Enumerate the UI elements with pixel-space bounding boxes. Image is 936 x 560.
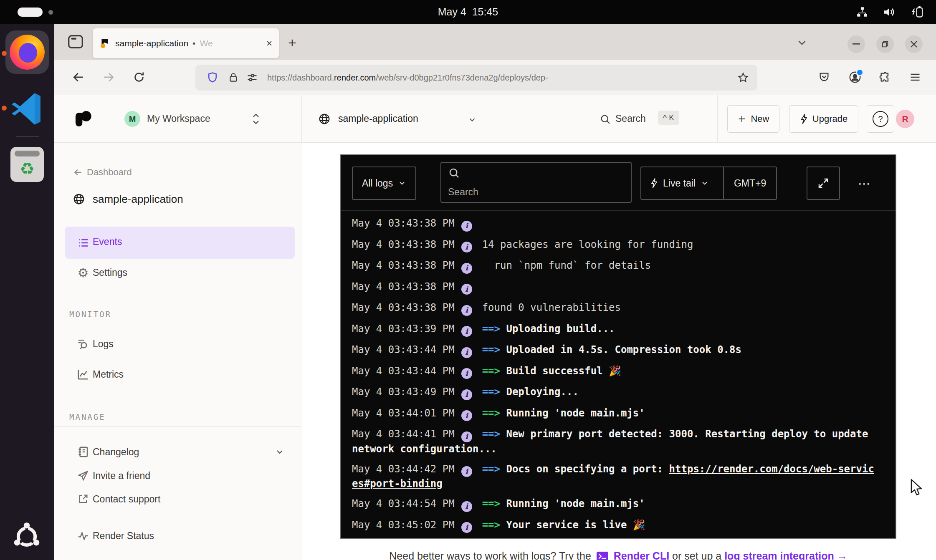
log-prefix: ==> [482,323,506,335]
workspace-switcher-icon[interactable] [251,111,261,127]
user-avatar[interactable]: R [896,110,914,128]
info-icon: i [461,368,472,379]
workspace-name[interactable]: My Workspace [147,113,210,124]
system-clock[interactable]: May 4 15:45 [0,0,936,24]
search-icon[interactable] [600,114,611,125]
tracking-shield-icon[interactable] [206,71,219,84]
events-list-icon [77,237,89,249]
service-chevron-icon[interactable] [468,115,477,124]
log-row: May 4 03:45:02 PMi==> Your service is li… [352,518,879,533]
service-selector[interactable]: sample-application [338,113,418,124]
sidebar-item-events[interactable]: Events [65,227,295,259]
info-icon: i [461,466,472,477]
globe-icon [318,113,331,125]
back-to-dashboard[interactable]: Dashboard [54,162,301,182]
logs-search-icon [77,338,89,350]
firefox-view-icon[interactable] [66,32,85,51]
info-icon: i [461,522,472,533]
log-prefix: ==> [482,519,506,531]
lock-icon[interactable] [228,72,239,83]
info-icon: i [461,431,472,442]
sidebar-item-logs[interactable]: Logs [54,334,301,354]
paper-plane-icon [77,470,89,482]
sidebar-divider [54,426,301,427]
log-panel: All logs Search Live tail [340,154,896,539]
extensions-icon[interactable] [876,68,894,86]
new-tab-button[interactable]: + [288,35,296,51]
log-timestamp: May 4 03:43:38 PM [352,239,455,250]
dock: ♻ [0,24,54,560]
search-shortcut-badge: ^ K [658,111,679,125]
live-tail-button[interactable]: Live tail [641,178,718,189]
ubuntu-logo-icon[interactable] [12,522,42,552]
upgrade-button[interactable]: Upgrade [789,105,858,133]
info-icon: i [461,263,472,274]
workspace-avatar[interactable]: M [124,111,140,127]
log-message: Uploaded in 4.5s. Compression took 0.8s [506,344,741,356]
tab-list-chevron-icon[interactable] [797,37,807,48]
globe-icon [73,192,85,206]
vscode-dock-item[interactable] [9,91,45,127]
sidebar-item-settings[interactable]: ⚙ Settings [54,262,301,283]
volume-icon[interactable] [883,6,896,18]
log-message: Your service is live 🎉 [506,519,645,531]
sidebar-service-title: sample-application [54,189,301,209]
firefox-dock-item[interactable] [5,30,49,74]
menu-icon[interactable] [906,68,924,86]
sidebar-item-metrics[interactable]: Metrics [54,364,301,384]
search-button[interactable]: Search [615,113,646,124]
log-prefix: ==> [482,428,506,440]
log-message: Deploying... [506,386,578,398]
render-logo-icon[interactable] [73,109,93,129]
more-options-button[interactable]: ⋯ [858,176,871,191]
log-stream-link[interactable]: log stream integration [724,550,834,560]
restore-button[interactable] [876,35,894,53]
url-bar[interactable]: https://dashboard.render.com/web/srv-d0b… [195,65,757,91]
info-icon: i [461,221,472,232]
log-search-input[interactable]: Search [440,162,632,203]
metrics-chart-icon [77,368,89,381]
search-placeholder: Search [448,187,478,198]
browser-toolbar: https://dashboard.render.com/web/srv-d0b… [54,60,936,95]
browser-tab[interactable]: sample-application • We × [93,28,279,58]
sidebar-item-changelog[interactable]: Changelog [54,442,301,462]
log-row: May 4 03:43:38 PMifound 0 vulnerabilitie… [352,301,879,316]
sidebar-item-invite[interactable]: Invite a friend [54,466,301,486]
battery-icon[interactable] [910,5,924,19]
sidebar-item-render-status[interactable]: Render Status [54,526,301,546]
log-row: May 4 03:43:38 PMi [352,280,879,295]
tab-close-icon[interactable]: × [266,38,272,49]
firefox-running-dot [2,51,7,56]
live-tail-group: Live tail GMT+9 [640,166,777,200]
account-icon[interactable] [846,68,864,86]
changelog-chevron-icon[interactable] [275,447,285,457]
timezone-button[interactable]: GMT+9 [723,167,776,199]
reload-icon[interactable] [130,68,148,86]
trash-dock-item[interactable]: ♻ [10,147,44,182]
bookmark-star-icon[interactable] [737,72,749,83]
log-filter-button[interactable]: All logs [352,166,416,200]
expand-logs-button[interactable] [807,166,840,200]
sidebar-item-support[interactable]: Contact support [54,489,301,509]
log-prefix: ==> [482,407,506,419]
url-text: https://dashboard.render.com/web/srv-d0b… [267,73,548,83]
nav-divider [717,95,718,142]
network-icon[interactable] [856,6,868,18]
render-cli-link[interactable]: Render CLI [614,550,669,560]
minimize-button[interactable] [847,35,865,53]
new-button[interactable]: New [727,105,779,133]
help-button[interactable]: ? [867,105,894,133]
firefox-icon [10,35,45,70]
log-timestamp: May 4 03:43:49 PM [352,386,455,398]
forward-icon[interactable] [99,68,118,86]
search-icon [448,167,460,179]
log-row: May 4 03:43:38 PMi run `npm fund` for de… [352,259,879,274]
nav-divider [105,95,105,142]
log-toolbar: All logs Search Live tail [341,155,896,211]
log-row: May 4 03:43:38 PMi [352,217,879,232]
external-link-icon [77,493,89,505]
pocket-icon[interactable] [815,68,833,86]
permissions-icon[interactable] [246,72,258,83]
close-button[interactable] [905,35,923,53]
back-icon[interactable] [69,68,88,86]
